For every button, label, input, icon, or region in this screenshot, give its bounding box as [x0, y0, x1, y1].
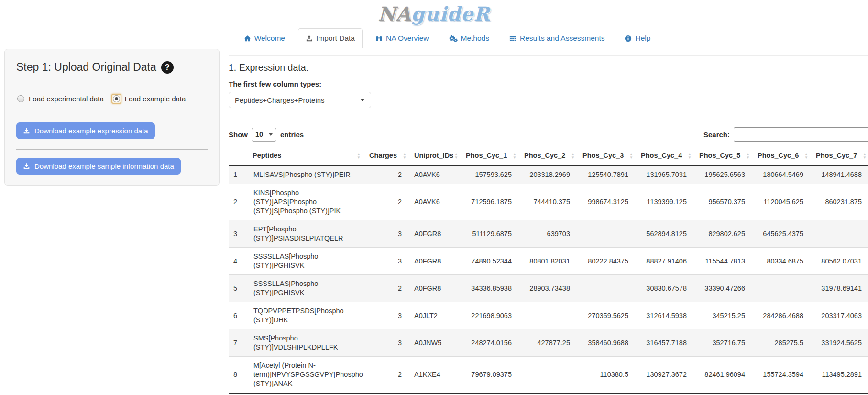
button-label: Download example sample information data: [34, 162, 174, 170]
binoculars-icon: [375, 35, 383, 42]
column-header-label: Phos_Cyc_5: [699, 152, 740, 159]
column-header[interactable]: Uniprot_IDs: [409, 146, 461, 165]
value-cell: 345215.25: [694, 302, 753, 329]
import-data-pane: 1. Expression data: The first few column…: [229, 49, 868, 394]
table-row: 3 EPT[Phospho (STY)]PSIASDISLPIATQELR 3 …: [229, 220, 868, 248]
value-cell: 110380.5: [578, 357, 636, 394]
entries-select-value: 10: [255, 131, 263, 138]
value-cell: 155724.3594: [753, 357, 811, 394]
download-sample-info-button[interactable]: Download example sample information data: [16, 158, 181, 175]
column-header-label: Phos_Cyc_7: [816, 152, 857, 159]
uniprot-cell: A0JNW5: [409, 329, 461, 357]
uniprot-cell: A1KXE4: [409, 357, 461, 394]
column-header[interactable]: Phos_Cyc_5: [694, 146, 753, 165]
column-header[interactable]: Phos_Cyc_6: [753, 146, 811, 165]
info-icon: [625, 35, 632, 42]
radio-label: Load experimental data: [29, 95, 104, 103]
tab-import-data[interactable]: Import Data: [298, 28, 363, 48]
sort-arrows-icon: [357, 153, 361, 159]
value-cell: 80801.82031: [519, 248, 578, 275]
value-cell: 998674.3125: [578, 184, 636, 220]
uniprot-cell: A0FGR8: [409, 220, 461, 248]
row-index-cell: 6: [229, 302, 248, 329]
radio-load-experimental[interactable]: Load experimental data: [16, 94, 104, 103]
value-cell: 511129.6875: [461, 220, 519, 248]
radio-checked-icon[interactable]: [113, 95, 120, 102]
value-cell: 562894.8125: [636, 220, 694, 248]
sort-arrows-icon: [629, 153, 633, 159]
value-cell: 829802.625: [694, 220, 753, 248]
table-row: 4 SSSSLLAS[Phospho (STY)]PGHISVK 3 A0FGR…: [229, 248, 868, 275]
sort-arrows-icon: [571, 153, 575, 159]
home-icon: [244, 35, 251, 42]
uniprot-cell: A0FGR8: [409, 248, 461, 275]
main-nav: Welcome Import Data NA Overview Methods …: [0, 27, 868, 48]
radio-load-example[interactable]: Load example data: [111, 94, 186, 104]
value-cell: 130927.3672: [636, 357, 694, 394]
value-cell: 744410.375: [519, 184, 578, 220]
column-header-label: Peptides: [253, 152, 281, 159]
logo-text-na: NA: [378, 2, 411, 25]
help-question-icon[interactable]: [161, 61, 174, 74]
value-cell: 148941.4688: [811, 165, 868, 184]
sidebar-divider: [16, 114, 208, 114]
download-expression-button[interactable]: Download example expression data: [16, 122, 155, 139]
tab-label: Methods: [461, 34, 489, 43]
tab-methods[interactable]: Methods: [442, 29, 496, 48]
tab-results-assessments[interactable]: Results and Assessments: [502, 29, 612, 48]
column-header[interactable]: Phos_Cyc_4: [636, 146, 694, 165]
row-index-cell: 2: [229, 184, 248, 220]
charge-cell: 2: [363, 184, 409, 220]
value-cell: [578, 275, 636, 302]
tab-welcome[interactable]: Welcome: [237, 29, 292, 48]
tab-na-overview[interactable]: NA Overview: [368, 29, 436, 48]
value-cell: 248274.0156: [461, 329, 519, 357]
column-header[interactable]: Phos_Cyc_1: [461, 146, 519, 165]
table-row: 8 M[Acetyl (Protein N-term)]NPVYSPGSSGVP…: [229, 357, 868, 394]
value-cell: 31978.69141: [811, 275, 868, 302]
tab-label: Results and Assessments: [520, 34, 604, 43]
peptide-cell: SSSSLLAS[Phospho (STY)]PGHISVK: [248, 275, 363, 302]
search-input[interactable]: [734, 127, 868, 142]
charge-cell: 2: [363, 165, 409, 184]
value-cell: 1139399.125: [636, 184, 694, 220]
download-icon: [23, 127, 30, 134]
value-cell: [811, 220, 868, 248]
value-cell: 316457.7188: [636, 329, 694, 357]
sort-arrows-icon: [804, 153, 808, 159]
dropdown-selected-value: Peptides+Charges+Proteins: [235, 96, 325, 104]
peptide-cell: EPT[Phospho (STY)]PSIASDISLPIATQELR: [248, 220, 363, 248]
column-header-label: Charges: [369, 152, 397, 159]
column-header: [229, 146, 248, 165]
show-label: Show: [229, 131, 248, 139]
value-cell: 427877.25: [519, 329, 578, 357]
value-cell: 28903.73438: [519, 275, 578, 302]
row-index-cell: 3: [229, 220, 248, 248]
value-cell: 203317.4063: [811, 302, 868, 329]
column-header-label: Phos_Cyc_4: [641, 152, 682, 159]
column-header[interactable]: Peptides: [248, 146, 363, 165]
radio-unchecked-icon[interactable]: [17, 95, 24, 102]
column-header[interactable]: Charges: [363, 146, 409, 165]
tab-help[interactable]: Help: [617, 29, 658, 48]
table-row: 7 SMS[Phospho (STY)]VDLSHIPLKDPLLFK 3 A0…: [229, 329, 868, 357]
peptide-cell: KINS[Phospho (STY)]APS[Phospho (STY)]S[P…: [248, 184, 363, 220]
value-cell: 30830.67578: [636, 275, 694, 302]
value-cell: 284286.4688: [753, 302, 811, 329]
charge-cell: 3: [363, 302, 409, 329]
row-index-cell: 8: [229, 357, 248, 394]
value-cell: 639703: [519, 220, 578, 248]
column-header[interactable]: Phos_Cyc_7: [811, 146, 868, 165]
row-index-cell: 1: [229, 165, 248, 184]
column-header[interactable]: Phos_Cyc_2: [519, 146, 578, 165]
column-header[interactable]: Phos_Cyc_3: [578, 146, 636, 165]
value-cell: 203318.2969: [519, 165, 578, 184]
table-icon: [509, 35, 516, 42]
column-types-label: The first few column types:: [229, 80, 868, 88]
entries-select[interactable]: 10: [252, 128, 276, 142]
tab-label: Welcome: [254, 34, 285, 43]
sidebar-title-text: Step 1: Upload Original Data: [16, 61, 156, 74]
value-cell: 82461.96094: [694, 357, 753, 394]
column-types-dropdown[interactable]: Peptides+Charges+Proteins: [229, 92, 371, 108]
value-cell: [753, 275, 811, 302]
